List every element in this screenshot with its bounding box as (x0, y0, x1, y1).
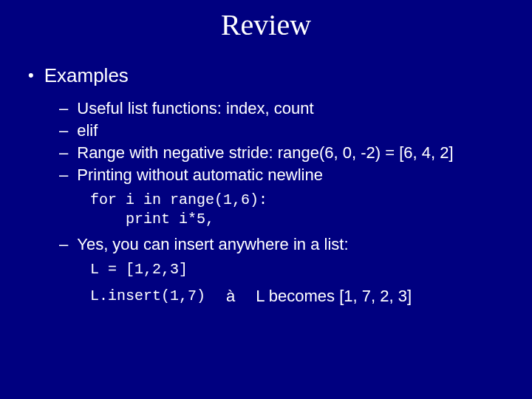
result-text: L becomes [1, 7, 2, 3] (256, 287, 412, 306)
l2-text: Range with negative stride: range(6, 0, … (77, 143, 453, 163)
code-block-1: for i in range(1,6): print i*5, (59, 191, 532, 229)
dash-icon: – (59, 121, 68, 140)
l1-text: Examples (44, 64, 129, 87)
arrow-icon: à (226, 287, 235, 306)
code-result-row: L.insert(1,7) à L becomes [1, 7, 2, 3] (90, 287, 532, 306)
dash-icon: – (59, 235, 68, 254)
code-line: L = [1,2,3] (90, 260, 532, 279)
code-line: print i*5, (90, 210, 532, 229)
slide-content: • Examples – Useful list functions: inde… (0, 64, 532, 306)
list-item: – Range with negative stride: range(6, 0… (59, 143, 532, 163)
code-block-2: L = [1,2,3] L.insert(1,7) à L becomes [1… (59, 260, 532, 306)
code-line: L.insert(1,7) (90, 287, 205, 306)
l2-text: elif (77, 121, 98, 140)
dash-icon: – (59, 166, 68, 185)
l2-text: Yes, you can insert anywhere in a list: (77, 235, 348, 254)
list-item: – elif (59, 121, 532, 140)
spacer (90, 279, 532, 287)
sub-bullets: – Useful list functions: index, count – … (28, 99, 532, 306)
list-item: – Useful list functions: index, count (59, 99, 532, 118)
dash-icon: – (59, 143, 68, 163)
slide: Review • Examples – Useful list function… (0, 0, 532, 399)
dash-icon: – (59, 99, 68, 118)
bullet-level1: • Examples (28, 64, 532, 87)
code-line: for i in range(1,6): (90, 191, 532, 210)
l2-text: Useful list functions: index, count (77, 99, 313, 118)
slide-title: Review (0, 7, 532, 42)
bullet-dot-icon: • (28, 64, 34, 86)
list-item: – Printing without automatic newline (59, 166, 532, 185)
l2-text: Printing without automatic newline (77, 166, 323, 185)
list-item: – Yes, you can insert anywhere in a list… (59, 235, 532, 254)
